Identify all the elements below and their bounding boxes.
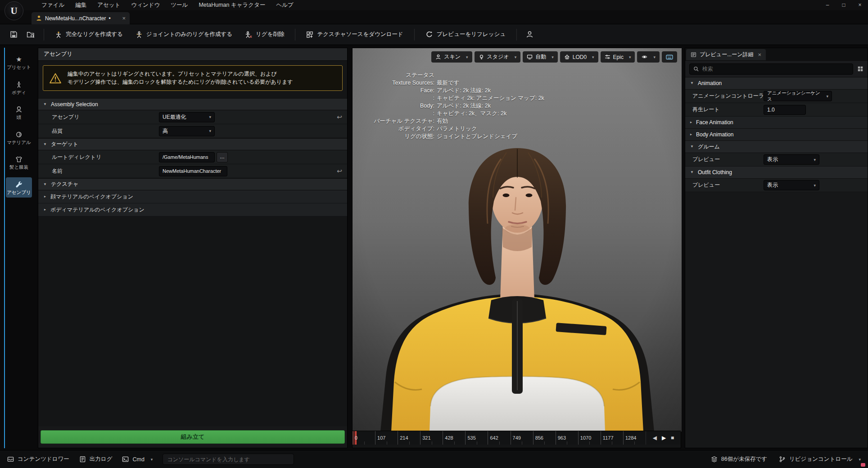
timeline-tick: 535 [465,431,488,445]
console-command-box[interactable] [163,454,294,465]
menu-bar: ファイル 編集 アセット ウィンドウ ツール MetaHuman キャラクター … [0,0,868,10]
assemble-button[interactable]: 組み立て [41,430,345,444]
status-value: キャビティ: 2k、マスク: 2k [437,110,544,117]
quality-button[interactable]: Epic ▾ [601,51,635,63]
browse-to-asset-button[interactable] [24,28,37,41]
menu-tools[interactable]: ツール [165,0,193,10]
viewport-canvas[interactable]: スキン ▾ スタジオ ▾ 自動 ▾ LOD0 ▾ [353,48,682,432]
section-target[interactable]: ▼ ターゲット [38,138,347,150]
details-list-icon [691,52,696,58]
sidebar-item-hair-clothing[interactable]: 髪と服装 [6,152,32,173]
status-value: アルベド: 2k 法線: 2k [437,102,544,110]
groom-preview-value: 表示 [767,156,778,163]
timeline-tick: 1177 [601,431,623,445]
toolbar-separator [516,29,517,40]
content-drawer-button[interactable]: コンテンツドロワー [7,455,69,463]
section-label: Face Animation [696,119,733,126]
status-title: ステータス [371,72,434,79]
menu-window[interactable]: ウィンドウ [126,0,165,10]
unsaved-assets-button[interactable]: 86個が未保存です [711,455,767,463]
tab-close-icon[interactable]: × [122,15,126,21]
assembly-panel-body: 編集中のアセットはリギングされています。プリセットとマテリアルの選択、および モ… [38,61,347,426]
warning-icon [50,73,61,84]
timeline-tick: 1284 [623,431,646,445]
sidebar-item-body[interactable]: ボディ [6,77,32,98]
menu-metahuman-character[interactable]: MetaHuman キャラクター [193,0,271,10]
face-material-bake-options[interactable]: ▸ 顔マテリアルのベイクオプション [38,190,347,203]
reset-to-default-button[interactable]: ↩ [332,168,347,174]
chevron-down-icon: ▾ [148,457,153,462]
sidebar-item-presets[interactable]: ★ プリセット [6,52,32,73]
stop-button[interactable]: ■ [671,435,674,441]
create-joints-rig-button[interactable]: ジョイントのみのリグを作成する [131,28,237,41]
refresh-preview-button[interactable]: プレビューをリフレッシュ [421,28,510,41]
section-label: ターゲット [51,140,78,148]
sidebar-item-head[interactable]: 頭 [6,102,32,123]
search-input[interactable] [702,66,849,72]
menu-asset[interactable]: アセット [92,0,126,10]
maximize-button[interactable]: □ [836,0,852,10]
remove-rig-button[interactable]: リグを削除 [240,28,289,41]
editor-accent-line [4,48,5,448]
search-box[interactable] [689,63,853,75]
auto-exposure-button[interactable]: 自動 ▾ [523,51,558,63]
play-rate-input[interactable] [764,105,806,115]
section-outfit-clothing[interactable]: ▼ Outfit Clothing [685,166,868,179]
section-assembly-selection[interactable]: ▼ Assembly Selection [38,98,347,110]
keyboard-shortcuts-button[interactable] [662,51,677,63]
sidebar-item-assembly[interactable]: アセンブリ [6,177,32,198]
tab-close-icon[interactable]: × [758,51,761,58]
chevron-down-icon: ▾ [856,457,861,462]
timeline-ruler[interactable]: 0 107 214 321 428 535 642 749 856 963 10… [353,431,646,445]
cmd-selector[interactable]: Cmd ▾ [122,456,153,463]
sidebar-item-material[interactable]: マテリアル [6,127,32,148]
outfit-preview-dropdown[interactable]: 表示 ▾ [764,180,819,190]
sidebar-item-label: 頭 [17,115,22,120]
root-directory-field[interactable]: /Game/MetaHumans [159,152,215,162]
name-field[interactable]: NewMetaHumanCharacter [159,166,227,176]
studio-environment-button[interactable]: スタジオ ▾ [475,51,521,63]
console-command-input[interactable] [167,456,289,463]
view-options-button[interactable]: ▾ [637,51,660,63]
download-texture-sources-button[interactable]: テクスチャソースをダウンロード [302,28,407,41]
groom-preview-dropdown[interactable]: 表示 ▾ [764,154,819,165]
viewport-footer-strip [353,445,681,448]
browse-directory-button[interactable]: ... [217,152,228,162]
revision-control-button[interactable]: リビジョンコントロール ▾ [779,455,861,463]
menu-edit[interactable]: 編集 [70,0,92,10]
status-key: バーチャル テクスチャ: [371,117,434,125]
section-animation[interactable]: ▼ Animation [685,77,868,90]
section-textures[interactable]: ▼ テクスチャ [38,178,347,190]
status-value: ジョイントとブレンドシェイプ [437,133,544,140]
layers-icon [711,456,718,463]
play-button[interactable]: ▶ [662,435,666,441]
asset-tab[interactable]: NewMetaHu...nCharacter • × [32,12,130,24]
refresh-icon [425,31,433,38]
menu-help[interactable]: ヘルプ [271,0,298,10]
section-body-animation[interactable]: ▸ Body Animation [685,129,868,141]
section-face-animation[interactable]: ▸ Face Animation [685,117,868,129]
menu-file[interactable]: ファイル [36,0,70,10]
identity-button[interactable] [523,28,536,41]
skin-preview-button[interactable]: スキン ▾ [431,51,472,63]
sliders-icon [605,54,610,60]
create-full-rig-button[interactable]: 完全なリグを作成する [50,28,127,41]
view-options-grid-icon[interactable] [857,66,863,72]
close-button[interactable]: × [852,0,868,10]
studio-button-label: スタジオ [487,53,509,61]
assembly-dropdown[interactable]: UE最適化 ▾ [159,112,215,122]
lod-button[interactable]: LOD0 ▾ [560,51,598,63]
reset-to-default-button[interactable]: ↩ [332,114,347,120]
asset-tab-bar: NewMetaHu...nCharacter • × [0,10,868,24]
output-log-button[interactable]: 出力ログ [79,455,113,463]
create-full-rig-label: 完全なリグを作成する [66,31,123,38]
section-groom[interactable]: ▼ グルーム [685,141,868,153]
minimize-button[interactable]: – [819,0,836,10]
previous-frame-button[interactable]: ◀ [653,435,657,441]
sidebar-item-label: マテリアル [7,140,31,145]
body-material-bake-options[interactable]: ▸ ボディマテリアルのベイクオプション [38,203,347,216]
quality-dropdown[interactable]: 高 ▾ [159,126,215,136]
preview-scene-details-tab[interactable]: プレビュー...ーン詳細 × [686,49,766,60]
animation-controller-dropdown[interactable]: アニメーションシーケンス ▾ [764,91,832,101]
save-button[interactable] [7,28,20,41]
